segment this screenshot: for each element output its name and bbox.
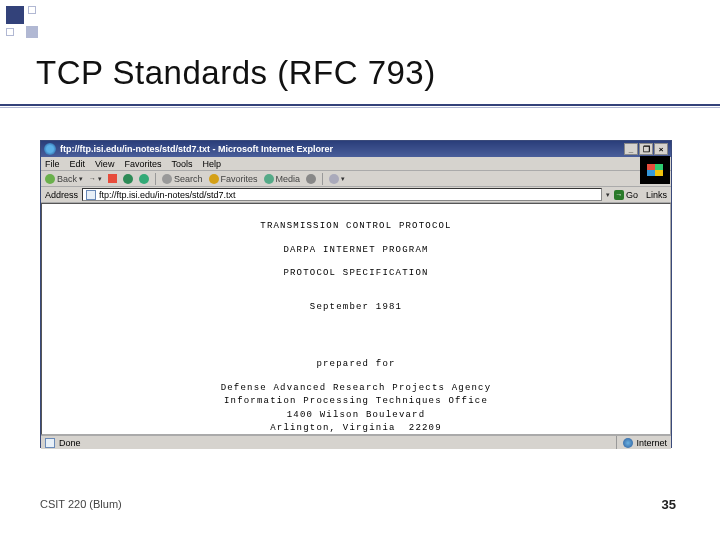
menu-view[interactable]: View <box>95 159 114 169</box>
menu-tools[interactable]: Tools <box>171 159 192 169</box>
dropdown-icon: ▾ <box>341 175 345 183</box>
favorites-button[interactable]: Favorites <box>209 174 258 184</box>
refresh-button[interactable] <box>123 174 133 184</box>
doc-line-1: TRANSMISSION CONTROL PROTOCOL <box>50 220 662 234</box>
toolbar-separator <box>155 173 156 185</box>
address-bar: Address ftp://ftp.isi.edu/in-notes/std/s… <box>41 187 671 203</box>
status-text: Done <box>59 438 81 448</box>
menu-help[interactable]: Help <box>202 159 221 169</box>
search-button[interactable]: Search <box>162 174 203 184</box>
window-controls: _ ❐ × <box>624 143 668 155</box>
ie-throbber-logo <box>640 156 670 184</box>
title-underline-thin <box>0 107 720 108</box>
back-icon <box>45 174 55 184</box>
address-dropdown-icon[interactable]: ▾ <box>606 191 610 199</box>
mail-icon <box>329 174 339 184</box>
document-viewport[interactable]: TRANSMISSION CONTROL PROTOCOL DARPA INTE… <box>41 203 671 435</box>
address-input[interactable]: ftp://ftp.isi.edu/in-notes/std/std7.txt <box>82 188 602 201</box>
maximize-button[interactable]: ❐ <box>639 143 653 155</box>
home-button[interactable] <box>139 174 149 184</box>
menu-favorites[interactable]: Favorites <box>124 159 161 169</box>
security-zone: Internet <box>616 436 667 449</box>
status-bar: Done Internet <box>41 435 671 449</box>
search-label: Search <box>174 174 203 184</box>
media-icon <box>264 174 274 184</box>
browser-window: ftp://ftp.isi.edu/in-notes/std/std7.txt … <box>40 140 672 448</box>
menu-edit[interactable]: Edit <box>70 159 86 169</box>
page-icon <box>86 190 96 200</box>
menu-file[interactable]: File <box>45 159 60 169</box>
doc-line-8: 1400 Wilson Boulevard <box>50 409 662 423</box>
doc-line-3: PROTOCOL SPECIFICATION <box>50 267 662 281</box>
media-button[interactable]: Media <box>264 174 301 184</box>
go-label: Go <box>626 190 638 200</box>
address-value: ftp://ftp.isi.edu/in-notes/std/std7.txt <box>99 190 236 200</box>
slide-title: TCP Standards (RFC 793) <box>36 54 436 92</box>
forward-button[interactable]: → ▾ <box>89 175 102 183</box>
slide-footer-left: CSIT 220 (Blum) <box>40 498 122 510</box>
window-title: ftp://ftp.isi.edu/in-notes/std/std7.txt … <box>60 144 624 154</box>
go-button[interactable]: → Go <box>614 190 638 200</box>
doc-line-6: Defense Advanced Research Projects Agenc… <box>50 382 662 396</box>
back-label: Back <box>57 174 77 184</box>
go-arrow-icon: → <box>614 190 624 200</box>
ie-icon <box>44 143 56 155</box>
titlebar: ftp://ftp.isi.edu/in-notes/std/std7.txt … <box>41 141 671 157</box>
doc-line-2: DARPA INTERNET PROGRAM <box>50 244 662 258</box>
toolbar: Back ▾ → ▾ Search Favorites Media ▾ <box>41 171 671 187</box>
history-button[interactable] <box>306 174 316 184</box>
slide-page-number: 35 <box>662 497 676 512</box>
menubar: File Edit View Favorites Tools Help <box>41 157 671 171</box>
close-button[interactable]: × <box>654 143 668 155</box>
slide-corner-decoration <box>6 6 48 48</box>
zone-label: Internet <box>636 438 667 448</box>
star-icon <box>209 174 219 184</box>
title-underline <box>0 104 720 106</box>
dropdown-icon: ▾ <box>79 175 83 183</box>
mail-button[interactable]: ▾ <box>329 174 345 184</box>
address-label: Address <box>45 190 78 200</box>
doc-line-7: Information Processing Techniques Office <box>50 395 662 409</box>
doc-line-4: September 1981 <box>50 301 662 315</box>
forward-arrow-icon: → <box>89 175 96 182</box>
toolbar-separator <box>322 173 323 185</box>
doc-line-5: prepared for <box>50 358 662 372</box>
back-button[interactable]: Back ▾ <box>45 174 83 184</box>
favorites-label: Favorites <box>221 174 258 184</box>
media-label: Media <box>276 174 301 184</box>
stop-button[interactable] <box>108 174 117 183</box>
status-page-icon <box>45 438 55 448</box>
dropdown-icon: ▾ <box>98 175 102 183</box>
doc-line-9: Arlington, Virginia 22209 <box>50 422 662 435</box>
minimize-button[interactable]: _ <box>624 143 638 155</box>
links-label[interactable]: Links <box>646 190 667 200</box>
search-icon <box>162 174 172 184</box>
globe-icon <box>623 438 633 448</box>
